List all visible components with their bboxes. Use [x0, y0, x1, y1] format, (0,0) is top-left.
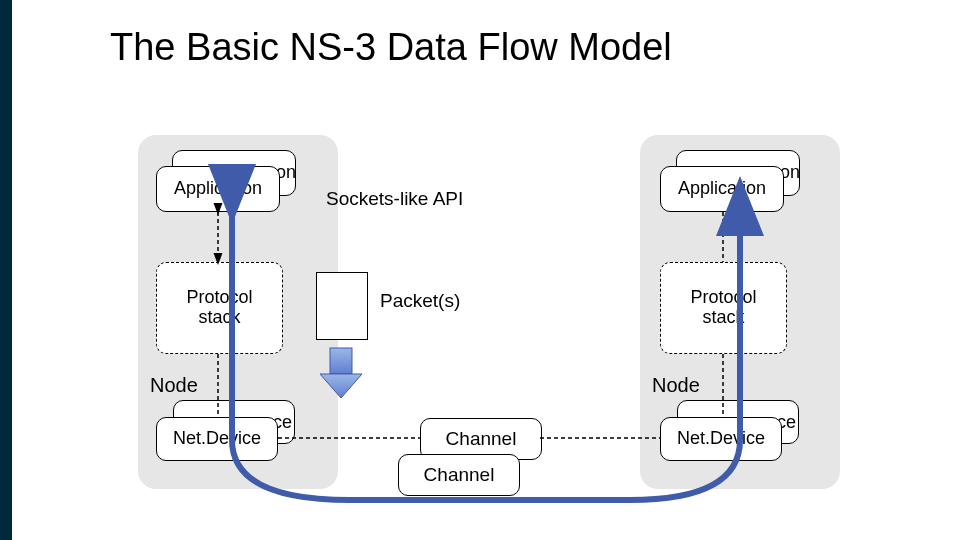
channel-bottom: Channel [398, 454, 520, 496]
netdevice-front-left: Net.Device [156, 417, 278, 461]
protocol-stack-left: Protocol stack [156, 262, 283, 354]
application-front-left: Application [156, 166, 280, 212]
label-packets: Packet(s) [380, 290, 460, 312]
protocol-stack-right: Protocol stack [660, 262, 787, 354]
netdevice-front-right: Net.Device [660, 417, 782, 461]
accent-bar [0, 0, 12, 540]
slide: { "title": "The Basic NS-3 Data Flow Mod… [0, 0, 960, 540]
label-sockets-api: Sockets-like API [326, 188, 466, 211]
protocol-stack-left-label: Protocol stack [186, 288, 252, 328]
page-title: The Basic NS-3 Data Flow Model [110, 26, 672, 69]
node-label-right: Node [652, 374, 700, 397]
packet-box [316, 272, 368, 340]
node-label-left: Node [150, 374, 198, 397]
application-front-right: Application [660, 166, 784, 212]
protocol-stack-right-label: Protocol stack [690, 288, 756, 328]
